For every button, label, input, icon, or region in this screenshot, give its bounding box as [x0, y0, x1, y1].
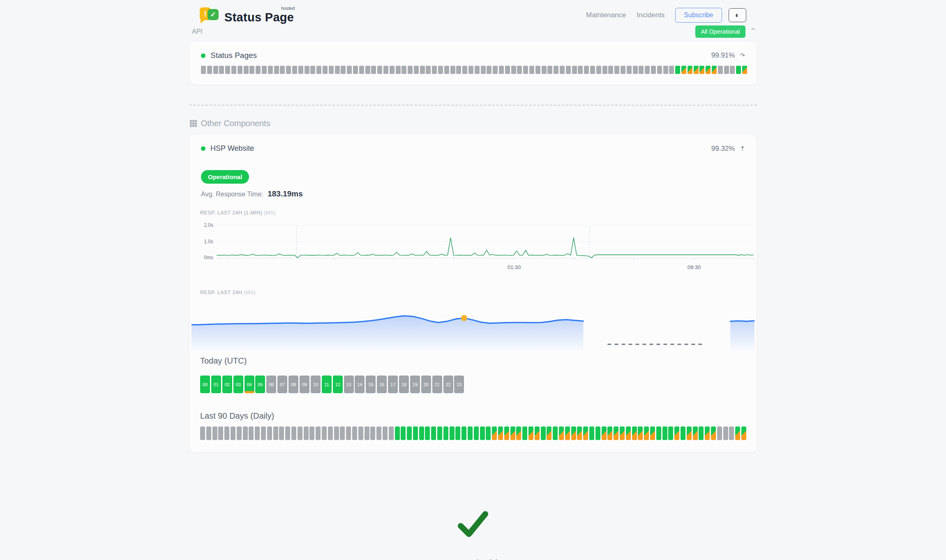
uptime-bar-up: [407, 426, 412, 440]
uptime-bar-none: [560, 66, 565, 74]
uptime-bar-mixed: [528, 426, 533, 440]
uptime-bar-none: [255, 426, 260, 440]
hour-cell-16: 16: [377, 376, 387, 393]
uptime-bar-none: [596, 66, 601, 74]
chart1-title: RESP. LAST 24H (1-MIN) (MS): [200, 210, 746, 216]
uptime-bar-none: [408, 66, 413, 74]
uptime-bar-none: [371, 66, 376, 74]
uptime-bar-up: [455, 426, 460, 440]
uptime-bar-none: [352, 426, 357, 440]
chart1-svg: [217, 225, 754, 275]
nav-maintenance[interactable]: Maintenance: [586, 11, 626, 19]
uptime-bar-none: [346, 426, 351, 440]
response-time-1min-chart: 2.0s1.0s0ms01:3009:30: [200, 225, 746, 277]
check-square-icon: ✓: [208, 9, 219, 20]
hour-cell-17: 17: [388, 376, 398, 393]
hour-cell-02: 02: [222, 376, 232, 393]
today-hour-blocks: 0001020304050607080910111213141516171819…: [200, 376, 746, 393]
uptime-bar-mixed: [535, 426, 540, 440]
uptime-percentage: 99.91%: [711, 51, 735, 60]
uptime-bar-none: [614, 66, 619, 74]
uptime-bar-none: [298, 66, 303, 74]
uptime-bar-none: [334, 426, 339, 440]
uptime-bar-none: [286, 66, 291, 74]
theme-toggle-button[interactable]: ◐: [729, 8, 746, 22]
uptime-bar-none: [475, 66, 480, 74]
uptime-bar-none: [207, 66, 212, 74]
brand-name: Status Page: [224, 11, 294, 24]
uptime-bar-none: [730, 66, 735, 74]
last-90-days-title: Last 90 Days (Daily): [200, 411, 746, 421]
uptime-bar-none: [273, 426, 278, 440]
avg-response-value: 183.19ms: [268, 189, 303, 198]
uptime-bar-up: [413, 426, 418, 440]
uptime-bar-up: [541, 426, 546, 440]
uptime-bar-none: [669, 66, 674, 74]
api-section-title: API: [192, 28, 203, 35]
avg-response-row: Avg. Response Time: 183.19ms: [201, 189, 746, 198]
uptime-bar-none: [529, 66, 534, 74]
uptime-bar-none: [377, 66, 382, 74]
brand-superscript: hosted: [281, 6, 295, 11]
uptime-bar-none: [444, 66, 449, 74]
refresh-icon[interactable]: ↷: [740, 52, 745, 59]
hour-cell-06: 06: [266, 376, 276, 393]
uptime-bar-up: [419, 426, 424, 440]
uptime-bar-mixed: [711, 426, 716, 440]
uptime-bar-none: [390, 66, 395, 74]
chart2-title-unit: (MS): [244, 290, 256, 295]
uptime-bar-none: [499, 66, 504, 74]
uptime-bar-mixed: [607, 426, 612, 440]
big-check-icon: [455, 509, 491, 539]
hour-cell-00: 00: [200, 376, 210, 393]
uptime-bar-mixed: [706, 66, 711, 74]
uptime-bar-none: [212, 426, 217, 440]
uptime-bar-up: [395, 426, 400, 440]
uptime-bar-none: [291, 426, 296, 440]
uptime-bar-up: [450, 426, 455, 440]
hour-cell-18: 18: [399, 376, 409, 393]
uptime-bar-none: [261, 426, 266, 440]
uptime-bar-none: [547, 66, 552, 74]
uptime-bar-none: [218, 426, 223, 440]
uptime-bar-none: [420, 66, 425, 74]
uptime-bar-none: [602, 66, 607, 74]
uptime-bar-up: [656, 426, 661, 440]
chevron-up-icon[interactable]: ⌃: [750, 29, 757, 35]
chart1-y-label: 2.0s: [200, 222, 213, 228]
chart1-x-label: 01:30: [508, 264, 521, 270]
chart1-title-text: RESP. LAST 24H (1-MIN): [200, 210, 262, 216]
subscribe-button[interactable]: Subscribe: [675, 8, 722, 23]
uptime-bar-none: [298, 426, 302, 440]
uptime-bar-none: [224, 426, 229, 440]
hour-cell-14: 14: [355, 376, 365, 393]
uptime-bar-mixed: [681, 66, 686, 74]
hour-cell-05: 05: [255, 376, 265, 393]
uptime-bar-none: [309, 426, 314, 440]
uptime-bar-none: [517, 66, 522, 74]
uptime-bar-up: [662, 426, 667, 440]
nav-incidents[interactable]: Incidents: [637, 11, 665, 19]
uptime-bar-none: [328, 426, 333, 440]
uptime-bar-none: [633, 66, 638, 74]
uptime-bar-none: [316, 426, 321, 440]
uptime-bar-none: [340, 426, 345, 440]
uptime-bar-none: [353, 66, 358, 74]
uptime-bar-none: [723, 426, 728, 440]
uptime-bar-none: [639, 66, 644, 74]
uptime-bar-up: [699, 426, 704, 440]
uptime-bar-up: [443, 426, 448, 440]
uptime-bar-mixed: [602, 426, 607, 440]
uptime-bar-up: [401, 426, 406, 440]
uptime-bar-up: [480, 426, 485, 440]
uptime-percentage: 99.32%: [711, 145, 735, 153]
uptime-bar-none: [651, 66, 656, 74]
chart2-title: RESP. LAST 24H (MS): [200, 290, 746, 295]
chart1-x-label: 09:30: [688, 264, 701, 270]
status-dot: [201, 146, 205, 151]
uptime-bar-none: [718, 66, 723, 74]
uptime-bar-mixed: [638, 426, 643, 440]
uptime-bar-none: [590, 66, 595, 74]
uptime-bar-none: [305, 66, 309, 74]
uptime-bar-none: [285, 426, 290, 440]
